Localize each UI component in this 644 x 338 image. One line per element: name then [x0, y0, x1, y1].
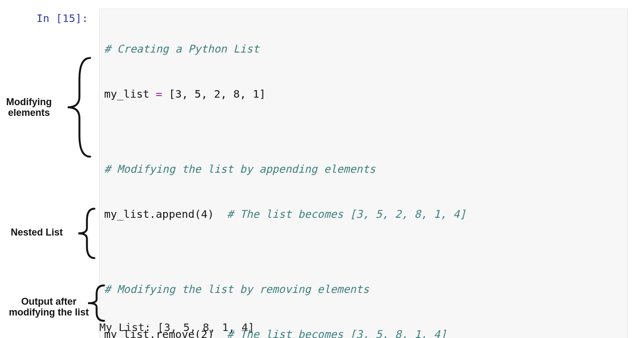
code-line: # Modifying the list by appending elemen… [104, 161, 623, 177]
annotation-modifying: Modifyingelements [2, 97, 56, 118]
annotation-nested: Nested List [11, 227, 63, 238]
code-output-cell: My List: [3, 5, 8, 1, 4] Nested List: [1… [99, 290, 628, 338]
comment: # Modifying the list by appending elemen… [104, 163, 376, 175]
annotation-output: Output aftermodifying the list [3, 296, 94, 318]
call: my_list.append(4) [104, 208, 214, 221]
page: In [15]: # Creating a Python List my_lis… [0, 0, 644, 338]
operator: = [149, 87, 169, 100]
pad [214, 208, 227, 221]
output-line: My List: [3, 5, 8, 1, 4] [99, 320, 628, 335]
brace-icon [71, 204, 99, 262]
code-line: my_list = [3, 5, 2, 8, 1] [104, 86, 623, 101]
comment: # Creating a Python List [104, 42, 259, 55]
code-line: # Creating a Python List [104, 41, 623, 56]
code-line: my_list.append(4) # The list becomes [3,… [104, 207, 623, 222]
comment: # The list becomes [3, 5, 2, 8, 1, 4] [227, 208, 466, 221]
brace-icon [58, 54, 97, 161]
code-input-cell[interactable]: # Creating a Python List my_list = [3, 5… [99, 9, 628, 338]
literal: [3, 5, 2, 8, 1] [169, 87, 266, 100]
identifier: my_list [104, 87, 149, 100]
input-prompt: In [15]: [36, 11, 88, 26]
